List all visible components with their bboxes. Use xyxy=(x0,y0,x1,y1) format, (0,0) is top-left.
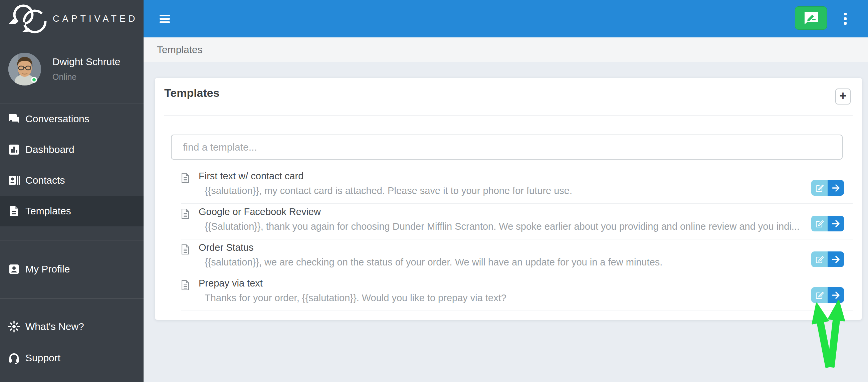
template-title: Order Status xyxy=(199,242,253,253)
template-row: Google or Facebook Review {{Salutation}}… xyxy=(155,204,862,239)
document-icon xyxy=(181,173,190,183)
conversations-icon xyxy=(8,113,20,125)
new-message-button[interactable] xyxy=(795,6,827,30)
template-row: Prepay via text Thanks for your order, {… xyxy=(155,275,862,311)
template-list: First text w/ contact card {{salutation}… xyxy=(155,168,862,311)
sidebar-item-conversations[interactable]: Conversations xyxy=(0,104,144,134)
sidebar-item-support[interactable]: Support xyxy=(0,343,144,373)
template-search-input[interactable] xyxy=(171,135,843,159)
support-icon xyxy=(8,352,20,364)
row-separator xyxy=(181,311,852,311)
card-header-divider xyxy=(164,115,852,116)
sidebar-item-label: Templates xyxy=(25,205,71,217)
page-title: Templates xyxy=(164,87,220,99)
user-profile[interactable]: Dwight Schrute Online xyxy=(0,47,144,90)
template-title: Google or Facebook Review xyxy=(199,206,321,217)
sidebar-item-contacts[interactable]: Contacts xyxy=(0,165,144,196)
sidebar: CAPTIVATED Dwight Schrute Online xyxy=(0,0,144,382)
templates-icon xyxy=(8,205,20,217)
sidebar-divider xyxy=(0,240,144,240)
edit-icon xyxy=(815,255,824,264)
sidebar-item-label: Dashboard xyxy=(25,144,74,155)
sidebar-divider xyxy=(0,298,144,298)
template-title: Prepay via text xyxy=(199,278,263,289)
edit-icon xyxy=(815,184,824,192)
arrow-right-icon xyxy=(831,219,841,228)
template-title: First text w/ contact card xyxy=(199,171,304,182)
compose-message-icon xyxy=(803,11,818,25)
plus-icon: + xyxy=(839,90,846,102)
sidebar-item-label: Conversations xyxy=(25,113,90,124)
menu-toggle-button[interactable] xyxy=(160,9,178,28)
template-row: First text w/ contact card {{salutation}… xyxy=(155,168,862,204)
template-description: {{salutation}}, we are checking on the s… xyxy=(205,257,662,268)
template-description: {{salutation}}, my contact card is attac… xyxy=(205,185,572,196)
sidebar-item-label: Support xyxy=(25,352,60,364)
breadcrumb-bar: Templates xyxy=(144,37,868,62)
captivated-logo-icon xyxy=(7,3,48,34)
send-template-button[interactable] xyxy=(828,252,844,267)
document-icon xyxy=(181,208,190,219)
profile-icon xyxy=(8,263,20,275)
template-actions xyxy=(811,252,844,267)
edit-icon xyxy=(815,291,824,299)
template-actions xyxy=(811,216,844,231)
dashboard-icon xyxy=(8,144,20,156)
app-root: CAPTIVATED Dwight Schrute Online xyxy=(0,0,868,382)
online-status-dot xyxy=(31,77,37,83)
edit-template-button[interactable] xyxy=(811,180,828,196)
arrow-right-icon xyxy=(831,183,841,193)
edit-template-button[interactable] xyxy=(811,216,828,231)
brand-name: CAPTIVATED xyxy=(53,14,138,24)
sidebar-nav: Conversations Dashboard xyxy=(0,103,144,226)
content-area: Templates + First text w/ contact card {… xyxy=(144,62,868,382)
edit-template-button[interactable] xyxy=(811,287,828,303)
send-template-button[interactable] xyxy=(828,180,844,196)
brand-logo[interactable]: CAPTIVATED xyxy=(0,0,144,37)
send-template-button[interactable] xyxy=(828,287,844,303)
template-description: Thanks for your order, {{salutation}}. W… xyxy=(205,293,506,303)
document-icon xyxy=(181,244,190,255)
templates-card: Templates + First text w/ contact card {… xyxy=(155,78,862,320)
template-actions xyxy=(811,180,844,196)
edit-template-button[interactable] xyxy=(811,252,828,267)
sidebar-item-templates[interactable]: Templates xyxy=(0,196,144,226)
sidebar-item-my-profile[interactable]: My Profile xyxy=(0,254,144,285)
template-row: Order Status {{salutation}}, we are chec… xyxy=(155,239,862,275)
breadcrumb: Templates xyxy=(157,44,203,55)
top-bar xyxy=(144,0,868,37)
hamburger-icon xyxy=(160,15,170,17)
contacts-icon xyxy=(8,174,20,186)
send-template-button[interactable] xyxy=(828,216,844,231)
sidebar-item-label: What's New? xyxy=(25,321,84,332)
whats-new-icon xyxy=(8,321,20,332)
user-status: Online xyxy=(53,72,76,82)
template-actions xyxy=(811,287,844,303)
main-area: Templates Templates + First xyxy=(144,0,868,382)
sidebar-item-label: My Profile xyxy=(25,263,70,275)
sidebar-item-dashboard[interactable]: Dashboard xyxy=(0,134,144,165)
add-template-button[interactable]: + xyxy=(835,88,850,105)
arrow-right-icon xyxy=(831,291,841,300)
sidebar-item-whats-new[interactable]: What's New? xyxy=(0,311,144,342)
template-description: {{Salutation}}, thank you again for choo… xyxy=(205,221,800,232)
arrow-right-icon xyxy=(831,255,841,264)
sidebar-item-label: Contacts xyxy=(25,175,65,186)
kebab-menu-icon xyxy=(844,13,847,16)
user-name: Dwight Schrute xyxy=(53,56,120,67)
document-icon xyxy=(181,280,190,291)
edit-icon xyxy=(815,219,824,228)
overflow-menu-button[interactable] xyxy=(838,9,852,28)
